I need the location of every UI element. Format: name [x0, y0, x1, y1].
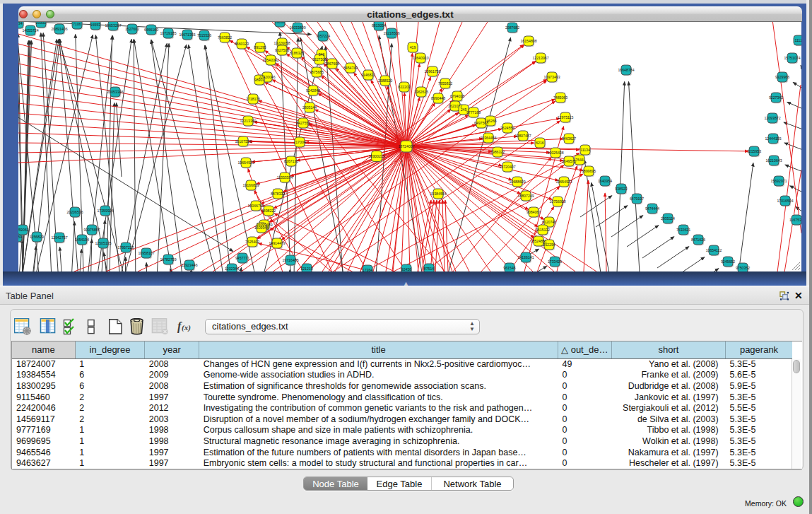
- svg-text:1112: 1112: [795, 38, 801, 42]
- svg-text:1733426: 1733426: [548, 259, 562, 264]
- svg-text:10807487: 10807487: [514, 134, 531, 138]
- svg-text:822203: 822203: [398, 85, 410, 89]
- svg-text:8454749: 8454749: [343, 66, 358, 70]
- svg-text:12942757: 12942757: [51, 235, 67, 240]
- svg-text:10973493: 10973493: [543, 75, 560, 79]
- svg-text:20364456: 20364456: [480, 136, 496, 140]
- svg-text:217004: 217004: [293, 140, 305, 144]
- svg-text:7644: 7644: [575, 158, 584, 162]
- svg-text:39159: 39159: [18, 235, 22, 239]
- svg-text:12093872: 12093872: [764, 116, 780, 120]
- svg-text:746266: 746266: [484, 119, 496, 123]
- svg-text:7485063: 7485063: [553, 95, 567, 100]
- svg-text:10961758: 10961758: [424, 69, 440, 74]
- svg-text:19654923: 19654923: [237, 160, 254, 165]
- svg-text:859061: 859061: [18, 228, 29, 232]
- svg-text:19716485: 19716485: [282, 258, 298, 262]
- svg-text:10688609: 10688609: [509, 180, 525, 184]
- svg-text:8990448: 8990448: [431, 96, 445, 100]
- svg-text:8186328: 8186328: [290, 51, 304, 55]
- svg-text:8267130: 8267130: [284, 159, 298, 163]
- svg-text:7632621: 7632621: [676, 228, 690, 232]
- svg-text:9084067: 9084067: [526, 210, 541, 214]
- svg-text:14914479: 14914479: [269, 241, 285, 245]
- svg-text:18300215: 18300215: [368, 154, 384, 158]
- svg-text:7515526: 7515526: [197, 33, 211, 37]
- svg-text:10958107: 10958107: [138, 251, 154, 255]
- svg-text:17957225: 17957225: [117, 245, 134, 250]
- svg-text:17359924: 17359924: [97, 209, 113, 213]
- svg-text:12975115: 12975115: [558, 115, 574, 119]
- svg-text:1527602: 1527602: [125, 27, 139, 31]
- svg-text:3215953: 3215953: [747, 149, 761, 153]
- svg-text:6466160: 6466160: [144, 28, 158, 32]
- svg-text:(x): (x): [182, 323, 191, 332]
- svg-text:10025438: 10025438: [547, 151, 563, 155]
- svg-text:2649575: 2649575: [562, 159, 576, 163]
- svg-text:8471626: 8471626: [691, 238, 705, 242]
- svg-text:10653267: 10653267: [105, 23, 121, 28]
- svg-text:12923446: 12923446: [181, 263, 197, 267]
- svg-text:17016504: 17016504: [777, 199, 793, 203]
- svg-text:10107553: 10107553: [235, 139, 251, 144]
- svg-text:90975887: 90975887: [83, 228, 100, 232]
- svg-text:7106: 7106: [73, 22, 81, 26]
- svg-text:13640910: 13640910: [412, 56, 428, 60]
- svg-text:9474444: 9474444: [645, 206, 659, 211]
- svg-text:546: 546: [319, 52, 325, 57]
- svg-text:16210643: 16210643: [765, 158, 782, 163]
- svg-text:16553: 16553: [90, 23, 101, 27]
- svg-text:16033: 16033: [275, 22, 286, 24]
- svg-text:17364: 17364: [363, 268, 373, 271]
- svg-text:98901: 98901: [254, 78, 265, 82]
- svg-text:1362615: 1362615: [414, 90, 428, 94]
- svg-text:14136141: 14136141: [517, 255, 534, 259]
- svg-text:8878332: 8878332: [271, 192, 285, 196]
- svg-text:8427552: 8427552: [296, 121, 310, 125]
- svg-text:8813054: 8813054: [372, 23, 386, 28]
- svg-text:10654112: 10654112: [706, 248, 722, 252]
- svg-text:7625402: 7625402: [245, 240, 259, 244]
- svg-text:15720407: 15720407: [499, 165, 515, 169]
- svg-text:9327506: 9327506: [275, 48, 289, 52]
- svg-text:6899695: 6899695: [582, 169, 596, 173]
- svg-text:9329966: 9329966: [775, 75, 789, 79]
- svg-text:6120746: 6120746: [542, 220, 556, 224]
- svg-text:2718176: 2718176: [246, 97, 260, 101]
- svg-text:20991: 20991: [36, 22, 47, 25]
- svg-text:4498222: 4498222: [261, 209, 276, 213]
- svg-text:11353594: 11353594: [277, 175, 293, 180]
- svg-text:419: 419: [410, 45, 416, 49]
- svg-text:252254: 252254: [543, 243, 555, 247]
- svg-text:16671355: 16671355: [179, 33, 195, 37]
- svg-text:7955812: 7955812: [438, 81, 452, 86]
- svg-text:2803144: 2803144: [302, 105, 317, 110]
- svg-text:2867608: 2867608: [325, 62, 339, 66]
- svg-text:19654923: 19654923: [555, 180, 572, 184]
- svg-text:7663822: 7663822: [218, 35, 232, 40]
- svg-text:10719185: 10719185: [160, 31, 176, 35]
- svg-text:1156829: 1156829: [30, 235, 44, 239]
- svg-text:8834: 8834: [18, 22, 23, 25]
- svg-text:3624554: 3624554: [500, 126, 514, 130]
- svg-text:9457771: 9457771: [235, 256, 249, 260]
- svg-text:1609948: 1609948: [254, 226, 269, 230]
- svg-text:9242848: 9242848: [306, 88, 320, 93]
- svg-text:16033809: 16033809: [289, 25, 305, 30]
- svg-text:19166829: 19166829: [242, 183, 259, 187]
- svg-text:961546: 961546: [503, 266, 515, 270]
- svg-text:121219: 121219: [300, 267, 312, 271]
- svg-text:20891406: 20891406: [51, 27, 67, 31]
- svg-text:2935114: 2935114: [661, 216, 675, 221]
- svg-text:2087682: 2087682: [505, 25, 519, 30]
- svg-text:14055724: 14055724: [22, 28, 38, 33]
- svg-text:6216: 6216: [536, 141, 544, 145]
- svg-text:3875685: 3875685: [310, 70, 324, 74]
- svg-text:18724007: 18724007: [398, 144, 414, 148]
- svg-text:20053346: 20053346: [107, 90, 123, 94]
- svg-text:1640954: 1640954: [598, 179, 612, 183]
- svg-text:10046766: 10046766: [247, 204, 264, 208]
- svg-text:9750352: 9750352: [736, 266, 750, 270]
- svg-text:15751074: 15751074: [784, 56, 800, 60]
- svg-text:12505135: 12505135: [95, 241, 111, 245]
